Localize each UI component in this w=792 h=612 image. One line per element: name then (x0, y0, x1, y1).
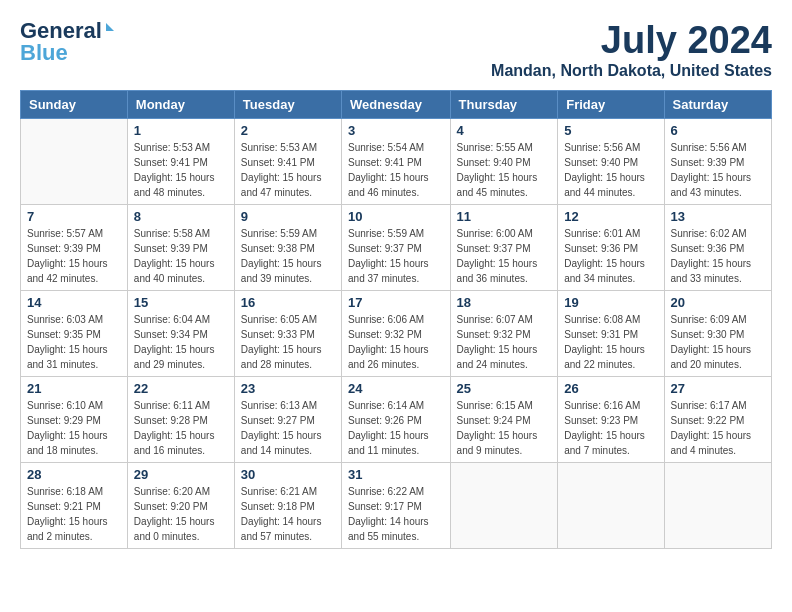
day-number: 8 (134, 209, 228, 224)
day-info: Sunrise: 6:03 AMSunset: 9:35 PMDaylight:… (27, 312, 121, 372)
day-number: 6 (671, 123, 765, 138)
calendar-cell: 28Sunrise: 6:18 AMSunset: 9:21 PMDayligh… (21, 462, 128, 548)
day-info: Sunrise: 5:56 AMSunset: 9:40 PMDaylight:… (564, 140, 657, 200)
calendar-cell: 19Sunrise: 6:08 AMSunset: 9:31 PMDayligh… (558, 290, 664, 376)
calendar-week-row: 14Sunrise: 6:03 AMSunset: 9:35 PMDayligh… (21, 290, 772, 376)
calendar-cell (450, 462, 558, 548)
day-info: Sunrise: 5:57 AMSunset: 9:39 PMDaylight:… (27, 226, 121, 286)
calendar-cell: 30Sunrise: 6:21 AMSunset: 9:18 PMDayligh… (234, 462, 341, 548)
day-info: Sunrise: 6:00 AMSunset: 9:37 PMDaylight:… (457, 226, 552, 286)
day-info: Sunrise: 5:59 AMSunset: 9:38 PMDaylight:… (241, 226, 335, 286)
day-number: 14 (27, 295, 121, 310)
day-number: 15 (134, 295, 228, 310)
calendar-cell: 4Sunrise: 5:55 AMSunset: 9:40 PMDaylight… (450, 118, 558, 204)
day-number: 17 (348, 295, 444, 310)
calendar-cell: 14Sunrise: 6:03 AMSunset: 9:35 PMDayligh… (21, 290, 128, 376)
day-info: Sunrise: 6:04 AMSunset: 9:34 PMDaylight:… (134, 312, 228, 372)
day-number: 2 (241, 123, 335, 138)
day-number: 28 (27, 467, 121, 482)
calendar-cell: 23Sunrise: 6:13 AMSunset: 9:27 PMDayligh… (234, 376, 341, 462)
day-info: Sunrise: 6:08 AMSunset: 9:31 PMDaylight:… (564, 312, 657, 372)
day-info: Sunrise: 6:10 AMSunset: 9:29 PMDaylight:… (27, 398, 121, 458)
day-info: Sunrise: 5:53 AMSunset: 9:41 PMDaylight:… (241, 140, 335, 200)
day-number: 7 (27, 209, 121, 224)
day-number: 1 (134, 123, 228, 138)
day-number: 16 (241, 295, 335, 310)
day-info: Sunrise: 6:05 AMSunset: 9:33 PMDaylight:… (241, 312, 335, 372)
day-info: Sunrise: 6:15 AMSunset: 9:24 PMDaylight:… (457, 398, 552, 458)
day-number: 22 (134, 381, 228, 396)
calendar-week-row: 28Sunrise: 6:18 AMSunset: 9:21 PMDayligh… (21, 462, 772, 548)
day-info: Sunrise: 6:17 AMSunset: 9:22 PMDaylight:… (671, 398, 765, 458)
calendar-cell: 9Sunrise: 5:59 AMSunset: 9:38 PMDaylight… (234, 204, 341, 290)
calendar-cell: 3Sunrise: 5:54 AMSunset: 9:41 PMDaylight… (342, 118, 451, 204)
day-number: 18 (457, 295, 552, 310)
calendar-cell: 8Sunrise: 5:58 AMSunset: 9:39 PMDaylight… (127, 204, 234, 290)
calendar-cell: 15Sunrise: 6:04 AMSunset: 9:34 PMDayligh… (127, 290, 234, 376)
day-info: Sunrise: 6:06 AMSunset: 9:32 PMDaylight:… (348, 312, 444, 372)
calendar-cell: 7Sunrise: 5:57 AMSunset: 9:39 PMDaylight… (21, 204, 128, 290)
day-info: Sunrise: 6:22 AMSunset: 9:17 PMDaylight:… (348, 484, 444, 544)
day-number: 9 (241, 209, 335, 224)
header: General Blue July 2024 Mandan, North Dak… (20, 20, 772, 80)
calendar-cell: 5Sunrise: 5:56 AMSunset: 9:40 PMDaylight… (558, 118, 664, 204)
day-info: Sunrise: 5:56 AMSunset: 9:39 PMDaylight:… (671, 140, 765, 200)
day-number: 5 (564, 123, 657, 138)
calendar-cell: 2Sunrise: 5:53 AMSunset: 9:41 PMDaylight… (234, 118, 341, 204)
day-info: Sunrise: 6:21 AMSunset: 9:18 PMDaylight:… (241, 484, 335, 544)
day-info: Sunrise: 6:18 AMSunset: 9:21 PMDaylight:… (27, 484, 121, 544)
calendar-cell: 29Sunrise: 6:20 AMSunset: 9:20 PMDayligh… (127, 462, 234, 548)
day-number: 13 (671, 209, 765, 224)
calendar-cell: 25Sunrise: 6:15 AMSunset: 9:24 PMDayligh… (450, 376, 558, 462)
page-title: July 2024 (491, 20, 772, 62)
weekday-header: Thursday (450, 90, 558, 118)
calendar-week-row: 7Sunrise: 5:57 AMSunset: 9:39 PMDaylight… (21, 204, 772, 290)
day-info: Sunrise: 6:07 AMSunset: 9:32 PMDaylight:… (457, 312, 552, 372)
day-info: Sunrise: 6:09 AMSunset: 9:30 PMDaylight:… (671, 312, 765, 372)
weekday-header: Monday (127, 90, 234, 118)
day-info: Sunrise: 5:55 AMSunset: 9:40 PMDaylight:… (457, 140, 552, 200)
day-number: 19 (564, 295, 657, 310)
calendar-header-row: SundayMondayTuesdayWednesdayThursdayFrid… (21, 90, 772, 118)
day-info: Sunrise: 6:14 AMSunset: 9:26 PMDaylight:… (348, 398, 444, 458)
weekday-header: Wednesday (342, 90, 451, 118)
calendar-cell: 1Sunrise: 5:53 AMSunset: 9:41 PMDaylight… (127, 118, 234, 204)
page-subtitle: Mandan, North Dakota, United States (491, 62, 772, 80)
weekday-header: Saturday (664, 90, 771, 118)
calendar-cell: 11Sunrise: 6:00 AMSunset: 9:37 PMDayligh… (450, 204, 558, 290)
weekday-header: Tuesday (234, 90, 341, 118)
day-number: 20 (671, 295, 765, 310)
day-number: 23 (241, 381, 335, 396)
logo: General Blue (20, 20, 114, 64)
day-number: 31 (348, 467, 444, 482)
calendar-cell: 24Sunrise: 6:14 AMSunset: 9:26 PMDayligh… (342, 376, 451, 462)
day-info: Sunrise: 6:01 AMSunset: 9:36 PMDaylight:… (564, 226, 657, 286)
day-info: Sunrise: 6:13 AMSunset: 9:27 PMDaylight:… (241, 398, 335, 458)
calendar-cell: 13Sunrise: 6:02 AMSunset: 9:36 PMDayligh… (664, 204, 771, 290)
weekday-header: Sunday (21, 90, 128, 118)
day-info: Sunrise: 6:02 AMSunset: 9:36 PMDaylight:… (671, 226, 765, 286)
title-area: July 2024 Mandan, North Dakota, United S… (491, 20, 772, 80)
day-number: 21 (27, 381, 121, 396)
day-number: 24 (348, 381, 444, 396)
calendar-cell: 18Sunrise: 6:07 AMSunset: 9:32 PMDayligh… (450, 290, 558, 376)
calendar-cell: 17Sunrise: 6:06 AMSunset: 9:32 PMDayligh… (342, 290, 451, 376)
calendar-cell (558, 462, 664, 548)
day-number: 29 (134, 467, 228, 482)
logo-general: General (20, 20, 102, 42)
day-info: Sunrise: 5:59 AMSunset: 9:37 PMDaylight:… (348, 226, 444, 286)
calendar-cell (21, 118, 128, 204)
logo-blue: Blue (20, 42, 68, 64)
day-info: Sunrise: 6:11 AMSunset: 9:28 PMDaylight:… (134, 398, 228, 458)
calendar-table: SundayMondayTuesdayWednesdayThursdayFrid… (20, 90, 772, 549)
calendar-cell: 27Sunrise: 6:17 AMSunset: 9:22 PMDayligh… (664, 376, 771, 462)
day-number: 12 (564, 209, 657, 224)
day-number: 11 (457, 209, 552, 224)
calendar-week-row: 1Sunrise: 5:53 AMSunset: 9:41 PMDaylight… (21, 118, 772, 204)
day-info: Sunrise: 6:20 AMSunset: 9:20 PMDaylight:… (134, 484, 228, 544)
day-number: 10 (348, 209, 444, 224)
calendar-cell (664, 462, 771, 548)
calendar-cell: 26Sunrise: 6:16 AMSunset: 9:23 PMDayligh… (558, 376, 664, 462)
calendar-cell: 22Sunrise: 6:11 AMSunset: 9:28 PMDayligh… (127, 376, 234, 462)
calendar-cell: 31Sunrise: 6:22 AMSunset: 9:17 PMDayligh… (342, 462, 451, 548)
